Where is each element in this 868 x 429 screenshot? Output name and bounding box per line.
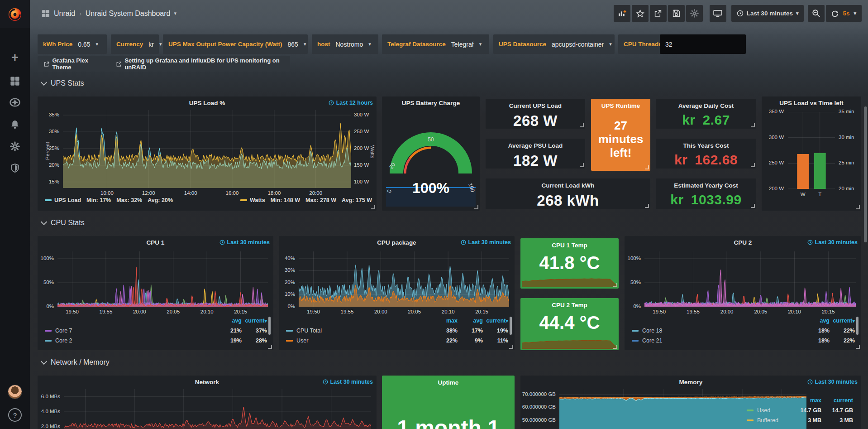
panel-title[interactable]: UPS Battery Charge xyxy=(386,100,475,106)
axis-tick: 20:00 xyxy=(370,309,391,314)
zoom-out-button[interactable] xyxy=(808,5,825,22)
panel-title[interactable]: Network xyxy=(56,379,358,386)
time-range-badge[interactable]: Last 30 minutes xyxy=(219,239,270,246)
legend-series-name[interactable]: Core 2 xyxy=(55,337,216,344)
legend-scrollbar[interactable] xyxy=(268,317,271,335)
legend-series-name[interactable]: UPS Load xyxy=(54,197,81,203)
graph-plot[interactable] xyxy=(299,251,509,307)
alerting-icon[interactable] xyxy=(0,116,30,134)
legend-col-avg[interactable]: avg xyxy=(804,318,830,324)
section-ups-stats[interactable]: UPS Stats xyxy=(42,79,84,87)
legend-col-max[interactable]: max xyxy=(432,318,458,324)
create-icon[interactable]: + xyxy=(0,48,30,67)
section-network-memory[interactable]: Network / Memory xyxy=(42,358,110,366)
clock-icon xyxy=(461,240,466,245)
legend-col-max[interactable]: max xyxy=(792,397,821,404)
axis-tick: 16:00 xyxy=(221,190,243,196)
graph-plot[interactable] xyxy=(57,251,268,307)
legend-col-avg[interactable]: avg xyxy=(216,318,242,324)
variable-ups-max-power[interactable]: UPS Max Output Power Capacity (Watt) 865… xyxy=(163,34,308,54)
legend-series-name[interactable]: User xyxy=(296,337,432,344)
legend-series-name[interactable]: Used xyxy=(757,407,792,414)
breadcrumb-app[interactable]: Unraid xyxy=(54,10,75,18)
panel-uptime: Uptime 1 month 1 xyxy=(382,376,515,429)
panel-average-daily-cost: Average Daily Cost kr 2.67 xyxy=(656,99,756,129)
axis-tick: 20:10 xyxy=(784,309,806,314)
save-button[interactable] xyxy=(668,5,685,22)
stat-title[interactable]: Current UPS Load xyxy=(487,102,583,109)
dashboard-title[interactable]: Unraid System Dashboard▾ xyxy=(86,10,176,18)
axis-tick: 60.000000 GB xyxy=(520,404,556,410)
refresh-icon xyxy=(831,10,839,17)
stat-title[interactable]: Estimated Yearly Cost xyxy=(658,182,754,189)
dashboards-icon[interactable] xyxy=(0,72,30,90)
server-admin-icon[interactable] xyxy=(0,159,30,177)
dashboard-grid-icon[interactable] xyxy=(42,10,50,18)
axis-tick: 19:55 xyxy=(682,309,704,314)
legend-scrollbar[interactable] xyxy=(510,317,512,335)
stat-title[interactable]: This Years Cost xyxy=(658,142,754,149)
panel-title[interactable]: UPS Load % xyxy=(56,100,358,106)
variable-currency[interactable]: Currency kr▾ xyxy=(111,34,159,54)
legend-series-name[interactable]: Core 7 xyxy=(55,328,216,334)
refresh-button[interactable]: 5s ▾ xyxy=(826,5,862,22)
sidebar: + ? xyxy=(0,0,30,429)
axis-tick: 50% xyxy=(625,280,641,285)
user-avatar[interactable] xyxy=(0,383,30,401)
legend-series-name[interactable]: Watts xyxy=(250,197,265,203)
sparkline xyxy=(522,334,617,349)
legend-col-current[interactable]: current▾ xyxy=(830,318,855,324)
legend-col-current[interactable]: current▾ xyxy=(242,318,267,324)
axis-tick: 30 min xyxy=(839,135,860,140)
panel-title[interactable]: UPS Load vs Time left xyxy=(765,100,858,106)
graph-plot[interactable] xyxy=(63,110,351,188)
link-ups-monitoring-guide[interactable]: Setting up Grafana and InfluxDB for UPS … xyxy=(116,57,284,71)
star-button[interactable] xyxy=(632,5,649,22)
configuration-icon[interactable] xyxy=(0,137,30,155)
clock-icon xyxy=(737,10,744,17)
settings-button[interactable] xyxy=(686,5,703,22)
section-cpu-stats[interactable]: CPU Stats xyxy=(42,219,85,227)
stat-title[interactable]: CPU 1 Temp xyxy=(520,242,619,249)
panel-ups-load-vs-time-left: UPS Load vs Time left 350 W300 W250 W200… xyxy=(762,96,861,211)
panel-estimated-yearly-cost: Estimated Yearly Cost kr 1033.99 xyxy=(656,178,756,209)
stat-title[interactable]: UPS Runtime xyxy=(591,102,650,109)
legend-series-name[interactable]: Core 21 xyxy=(642,337,804,344)
legend-scrollbar[interactable] xyxy=(856,317,858,335)
legend-col-avg[interactable]: avg xyxy=(458,318,483,324)
time-range-picker[interactable]: Last 30 minutes ▾ xyxy=(731,5,804,22)
add-panel-button[interactable] xyxy=(614,5,630,22)
legend-col-current[interactable]: current▾ xyxy=(483,318,508,324)
grafana-logo[interactable] xyxy=(0,0,30,28)
time-range-badge[interactable]: Last 30 minutes xyxy=(807,239,858,246)
time-range-badge[interactable]: Last 30 minutes xyxy=(323,379,373,385)
legend-series-name[interactable]: Buffered xyxy=(757,417,792,424)
help-icon[interactable]: ? xyxy=(0,406,30,424)
variable-kwh-price[interactable]: kWh Price 0.65▾ xyxy=(38,34,107,54)
legend-series-name[interactable]: Core 18 xyxy=(642,328,804,334)
graph-plot[interactable] xyxy=(644,251,856,307)
stat-title[interactable]: Average Daily Cost xyxy=(658,102,754,109)
time-range-badge[interactable]: Last 12 hours xyxy=(329,100,373,106)
variable-host[interactable]: host Nostromo▾ xyxy=(312,34,378,54)
stat-value: 162.68 xyxy=(695,152,738,168)
cpu-threads-input[interactable] xyxy=(660,34,746,54)
stat-title[interactable]: Uptime xyxy=(382,379,515,386)
time-range-badge[interactable]: Last 30 minutes xyxy=(461,239,511,246)
page-scrollbar[interactable] xyxy=(864,106,867,242)
stat-title[interactable]: Average PSU Load xyxy=(487,142,583,149)
stat-title[interactable]: Current Load kWh xyxy=(487,182,649,189)
panel-title[interactable]: Memory xyxy=(539,379,843,386)
graph-plot[interactable] xyxy=(64,389,371,429)
share-button[interactable] xyxy=(650,5,667,22)
variable-telegraf-datasource[interactable]: Telegraf Datasource Telegraf▾ xyxy=(382,34,489,54)
stat-title[interactable]: CPU 2 Temp xyxy=(520,302,619,308)
time-range-badge[interactable]: Last 30 minutes xyxy=(807,379,858,385)
tv-mode-button[interactable] xyxy=(710,5,726,22)
link-grafana-plex-theme[interactable]: Grafana Plex Theme xyxy=(44,57,103,71)
variable-ups-datasource[interactable]: UPS Datasource apcupsd-container▾ xyxy=(493,34,615,54)
bar-chart-plot[interactable] xyxy=(788,112,835,189)
explore-icon[interactable] xyxy=(0,93,30,111)
legend-series-name[interactable]: CPU Total xyxy=(296,328,432,334)
legend-col-current[interactable]: current xyxy=(821,397,853,404)
